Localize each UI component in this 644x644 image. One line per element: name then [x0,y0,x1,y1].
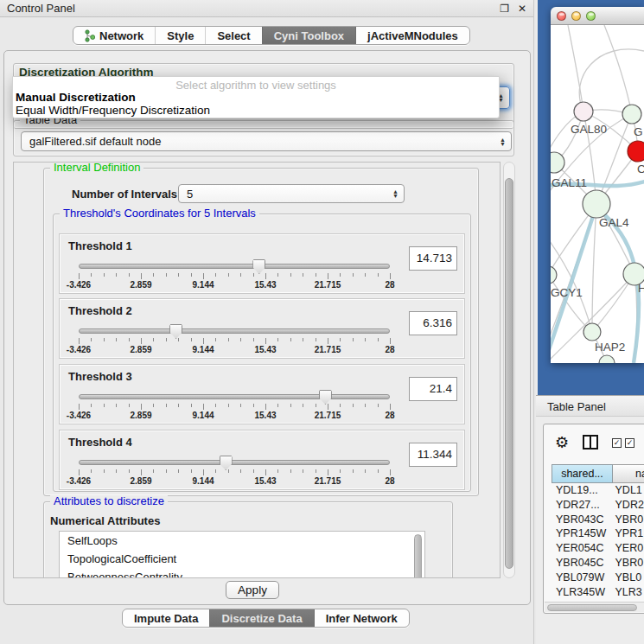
gear-icon[interactable]: ⚙ [555,433,569,452]
network-canvas[interactable]: GAL80GCGAL11GAL4GCY1HHAP2 [551,25,644,363]
algorithm-hint: Select algorithm to view settings [13,77,499,91]
numerical-attributes-list[interactable]: SelfLoopsTopologicalCoefficientBetweenne… [59,531,425,578]
network-edge[interactable] [568,25,583,112]
tab-style[interactable]: Style [155,27,205,44]
threshold-box: Threshold 4-3.4262.8599.14415.4321.71528… [59,430,465,490]
slider-thumb[interactable] [220,456,233,470]
table-data-value: galFiltered.sif default node [29,135,161,148]
network-node[interactable] [551,266,557,284]
interval-definition-group: Interval Definition Number of Intervals … [43,168,479,496]
slider-thumb[interactable] [252,259,265,274]
attribute-item[interactable]: TopologicalCoefficient [60,550,424,568]
slider-track[interactable] [79,264,390,269]
tab-impute-data[interactable]: Impute Data [123,609,209,627]
network-window-titlebar [551,7,644,25]
tab-discretize-data[interactable]: Discretize Data [209,609,313,627]
slider-ticks [79,404,390,411]
slider-tick-labels: -3.4262.8599.14415.4321.71528 [79,345,390,355]
algorithm-option[interactable]: Equal Width/Frequency Discretization [13,104,499,117]
attribute-item[interactable]: BetweennessCentrality [60,568,424,578]
table-hscrollbar[interactable] [545,602,644,612]
network-window: GAL80GCGAL11GAL4GCY1HHAP2 [551,7,644,363]
threshold-value-field[interactable]: 6.316 [409,311,457,335]
panel-title: Control Panel [7,2,75,15]
bottom-tab-strip: Impute DataDiscretize DataInfer Network [122,609,410,628]
checkbox-icon[interactable]: ✓ [625,438,634,448]
cell-name: YLR3 [613,585,644,600]
cell-name: YDR2 [613,498,644,513]
algorithm-option[interactable]: Manual Discretization [13,91,499,104]
network-node[interactable] [583,323,601,341]
tab-jactivemnodules[interactable]: jActiveMNodules [355,27,469,44]
threshold-box: Threshold 1-3.4262.8599.14415.4321.71528… [59,233,465,294]
network-edge[interactable] [604,25,632,114]
table-toolbar: ⚙ ✓ ✓ [544,424,644,463]
threshold-value-field[interactable]: 21.4 [409,377,457,401]
slider-thumb[interactable] [169,324,182,339]
network-node[interactable] [583,190,610,218]
network-edge[interactable] [592,204,596,332]
table-row[interactable]: YBR045CYBR0 [552,556,644,571]
columns-icon[interactable] [583,435,598,450]
table-row[interactable]: YLR345WYLR3 [552,585,644,600]
slider-thumb[interactable] [319,390,332,405]
control-panel: Control Panel ❐ ✕ NetworkStyleSelectCyni… [0,0,534,644]
table-data-combo[interactable]: galFiltered.sif default node ▲▼ [21,131,512,151]
table-row[interactable]: YPR145WYPR1 [552,526,644,541]
table-row[interactable]: YDR27...YDR2 [552,498,644,513]
tab-select[interactable]: Select [205,27,261,44]
cyni-toolbox-panel: ▲▼ Table Data galFiltered.sif default no… [3,50,531,605]
close-traffic-light-icon[interactable] [557,11,566,21]
table-row[interactable]: YBR043CYBR0 [552,513,644,527]
slider-track[interactable] [79,394,390,399]
scrollbar-thumb[interactable] [505,178,513,569]
network-node[interactable] [622,105,641,124]
network-edge[interactable] [579,49,644,112]
network-node[interactable] [599,355,615,363]
cell-name: YBL0 [613,571,644,585]
network-node[interactable] [628,141,644,162]
network-view-frame: GAL80GCGAL11GAL4GCY1HHAP2 [538,0,644,395]
zoom-traffic-light-icon[interactable] [586,11,596,21]
node-label: H [638,282,644,295]
settings-viewport: Interval Definition Number of Intervals … [13,162,501,578]
column-header-shared[interactable]: shared... [552,464,613,483]
control-panel-titlebar: Control Panel ❐ ✕ [0,0,533,17]
network-icon [85,29,95,42]
apply-button[interactable]: Apply [226,581,279,599]
cell-name: YDL1 [613,483,644,498]
table-header: shared... na [552,464,644,483]
table-row[interactable]: YDL19...YDL1 [552,483,644,498]
slider-track[interactable] [79,328,390,334]
attributes-scrollbar[interactable] [414,534,422,578]
right-area: GAL80GCGAL11GAL4GCY1HHAP2 Table Panel ⚙ … [536,0,644,644]
attribute-item[interactable]: SelfLoops [60,532,424,550]
tab-infer-network[interactable]: Infer Network [314,609,409,627]
node-label: GCY1 [551,286,583,299]
table-panel-title: Table Panel [547,400,606,413]
close-icon[interactable]: ✕ [518,3,526,14]
tab-cyni-toolbox[interactable]: Cyni Toolbox [262,27,355,44]
table-row[interactable]: YBL079WYBL0 [552,571,644,585]
network-node[interactable] [574,102,593,121]
cell-name: YBR0 [613,513,644,527]
threshold-value-field[interactable]: 14.713 [409,246,457,271]
attributes-group: Attributes to discretize Numerical Attri… [43,501,453,578]
num-intervals-combo[interactable]: 5 ▲▼ [178,184,405,203]
attributes-group-label: Attributes to discretize [50,495,168,507]
stepper-icon: ▲▼ [500,137,506,146]
minimize-traffic-light-icon[interactable] [571,11,581,21]
table-body: YDL19...YDL1YDR27...YDR2YBR043CYBR0YPR14… [552,483,644,602]
cell-shared-name: YER054C [552,541,613,556]
float-icon[interactable]: ❐ [500,3,509,14]
checkbox-icon[interactable]: ✓ [612,438,622,448]
settings-scrollbar[interactable] [503,162,515,578]
tab-network[interactable]: Network [73,27,155,44]
cell-shared-name: YLR345W [552,585,613,600]
cell-shared-name: YDL19... [552,483,613,498]
column-header-name[interactable]: na [613,464,644,483]
hscrollbar-thumb[interactable] [547,604,637,611]
table-row[interactable]: YER054CYER0 [552,541,644,556]
slider-track[interactable] [79,460,390,465]
threshold-value-field[interactable]: 11.344 [409,443,457,467]
